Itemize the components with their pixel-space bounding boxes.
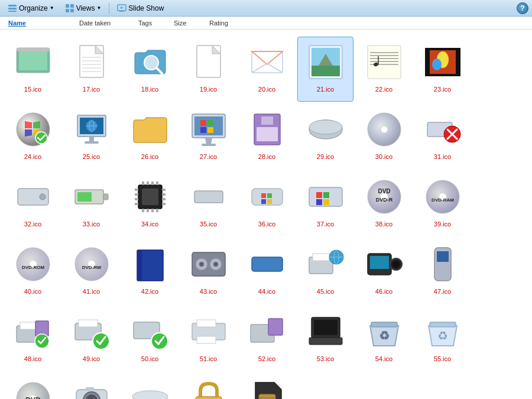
file-name: 52.ico xyxy=(258,355,275,363)
file-item[interactable]: 35.ico xyxy=(180,171,236,236)
file-item[interactable]: 57.ico xyxy=(63,374,119,399)
file-item[interactable]: DVDDVD-R38.ico xyxy=(356,171,412,236)
file-item[interactable]: 31.ico xyxy=(414,104,471,169)
file-item[interactable]: 32.ico xyxy=(5,171,61,236)
file-icon xyxy=(70,41,113,83)
file-item[interactable]: 52.ico xyxy=(239,306,295,371)
file-item[interactable]: 36.ico xyxy=(239,171,295,236)
svg-rect-153 xyxy=(314,320,338,335)
file-item[interactable]: 47.ico xyxy=(414,239,471,304)
svg-rect-98 xyxy=(267,193,272,198)
file-item[interactable]: 59.ico xyxy=(180,374,236,399)
svg-rect-1 xyxy=(8,8,17,9)
svg-rect-11 xyxy=(19,50,47,70)
file-grid[interactable]: 15.ico17.ico18.ico19.ico20.ico21.ico22.i… xyxy=(0,30,532,399)
file-item[interactable]: 43.ico xyxy=(180,239,236,304)
organize-button[interactable]: Organize ▼ xyxy=(4,2,59,15)
svg-rect-62 xyxy=(257,127,278,141)
file-item[interactable]: 48.ico xyxy=(5,306,61,371)
file-icon xyxy=(187,310,230,353)
help-button[interactable]: ? xyxy=(517,2,528,14)
file-item[interactable]: ♻55.ico xyxy=(414,306,471,371)
file-item[interactable]: 51.ico xyxy=(180,306,236,371)
svg-rect-139 xyxy=(20,322,37,329)
file-item[interactable]: 33.ico xyxy=(63,171,119,236)
file-item[interactable]: 17.ico xyxy=(63,37,119,102)
svg-rect-82 xyxy=(162,189,166,191)
file-item[interactable]: 53.ico xyxy=(297,306,353,371)
svg-rect-3 xyxy=(66,4,69,8)
slideshow-button[interactable]: Slide Show xyxy=(113,2,168,15)
file-item[interactable]: 42.ico xyxy=(122,239,178,304)
file-name: 31.ico xyxy=(434,153,451,161)
file-item[interactable]: 22.ico xyxy=(356,37,412,102)
svg-rect-0 xyxy=(8,5,17,7)
svg-text:♻: ♻ xyxy=(437,329,448,342)
file-item[interactable]: 15.ico xyxy=(5,37,61,102)
col-tags[interactable]: Tags xyxy=(134,17,169,29)
file-item[interactable]: DVD-RAM39.ico xyxy=(414,171,471,236)
file-name: 22.ico xyxy=(375,86,392,93)
file-item[interactable]: 26.ico xyxy=(122,104,178,169)
file-item[interactable]: 25.ico xyxy=(63,104,119,169)
svg-rect-92 xyxy=(156,209,158,212)
file-item[interactable]: 21.ico xyxy=(297,37,353,102)
file-item[interactable]: 24.ico xyxy=(5,104,61,169)
file-item[interactable]: 50.ico xyxy=(122,306,178,371)
svg-rect-84 xyxy=(147,209,149,212)
file-item[interactable]: 49.ico xyxy=(63,306,119,371)
file-item[interactable]: ♻54.ico xyxy=(356,306,412,371)
organize-icon xyxy=(8,4,17,13)
file-item[interactable]: 37.ico xyxy=(297,171,353,236)
svg-point-124 xyxy=(199,262,204,267)
file-name: 19.ico xyxy=(200,86,217,93)
svg-text:DVD: DVD xyxy=(378,188,390,194)
file-item[interactable]: 23.ico xyxy=(414,37,471,102)
svg-rect-83 xyxy=(147,181,149,185)
file-item[interactable]: DVD-ROM40.ico xyxy=(5,239,61,304)
file-icon xyxy=(363,243,406,286)
file-name: 25.ico xyxy=(83,153,100,161)
file-item[interactable]: 44.ico xyxy=(239,239,295,304)
file-icon xyxy=(70,176,113,218)
file-name: 20.ico xyxy=(258,86,275,93)
file-name: 15.ico xyxy=(24,86,41,93)
svg-rect-91 xyxy=(156,181,158,185)
col-size[interactable]: Size xyxy=(169,17,205,29)
file-item[interactable]: 58.ico xyxy=(122,374,178,399)
file-item[interactable]: DVD-RW41.ico xyxy=(63,239,119,304)
file-item[interactable]: 28.ico xyxy=(239,104,295,169)
file-item[interactable]: 30.ico xyxy=(356,104,412,169)
svg-point-73 xyxy=(40,194,46,200)
file-name: 27.ico xyxy=(200,153,217,161)
svg-point-135 xyxy=(392,261,400,268)
file-icon xyxy=(304,108,347,151)
col-rating[interactable]: Rating xyxy=(205,17,240,29)
svg-rect-155 xyxy=(371,322,397,327)
file-icon xyxy=(246,378,288,399)
svg-rect-4 xyxy=(70,4,74,8)
svg-rect-2 xyxy=(8,11,17,12)
svg-rect-78 xyxy=(142,189,158,205)
file-item[interactable]: 20.ico xyxy=(239,37,295,102)
file-item[interactable]: 60.ico xyxy=(239,374,295,399)
file-item[interactable]: 27.ico xyxy=(180,104,236,169)
views-button[interactable]: Views ▼ xyxy=(61,2,106,15)
file-item[interactable]: 45.ico xyxy=(297,239,353,304)
file-item[interactable]: 18.ico xyxy=(122,37,178,102)
file-item[interactable]: DVD56.ico xyxy=(5,374,61,399)
col-name[interactable]: Name xyxy=(4,17,74,29)
organize-dropdown-icon: ▼ xyxy=(50,5,54,11)
svg-rect-6 xyxy=(70,9,74,12)
file-item[interactable]: 29.ico xyxy=(297,104,353,169)
file-item[interactable]: 46.ico xyxy=(356,239,412,304)
file-item[interactable]: 19.ico xyxy=(180,37,236,102)
file-name: 26.ico xyxy=(141,153,158,161)
file-name: 38.ico xyxy=(375,220,392,228)
file-name: 43.ico xyxy=(200,288,217,296)
file-item[interactable]: 34.ico xyxy=(122,171,178,236)
svg-rect-104 xyxy=(316,199,322,205)
col-date-taken[interactable]: Date taken xyxy=(74,17,134,29)
file-name: 46.ico xyxy=(375,288,392,296)
svg-rect-60 xyxy=(202,144,216,146)
